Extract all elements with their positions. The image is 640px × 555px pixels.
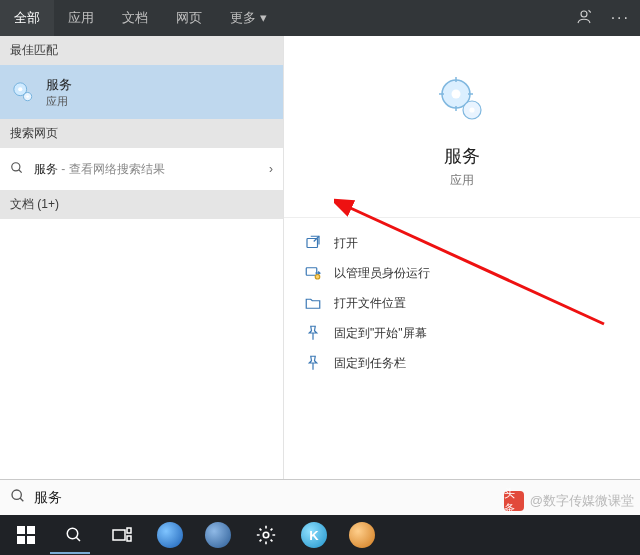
svg-rect-16 (306, 268, 317, 276)
watermark-text: @数字传媒微课堂 (530, 492, 634, 510)
svg-point-27 (67, 528, 78, 539)
tab-label: 更多 ▾ (230, 9, 267, 27)
svg-rect-29 (113, 530, 125, 540)
action-pin-start[interactable]: 固定到"开始"屏幕 (298, 318, 626, 348)
main-area: 最佳匹配 服务 应用 搜索网页 服务 - 查看网络搜索结果 › 文档 (1+) (0, 36, 640, 479)
svg-point-12 (452, 90, 461, 99)
best-match-header: 最佳匹配 (0, 36, 283, 65)
action-open-location[interactable]: 打开文件位置 (298, 288, 626, 318)
detail-kind: 应用 (450, 172, 474, 189)
taskbar-app-browser[interactable] (196, 515, 240, 555)
services-large-icon (438, 76, 486, 124)
watermark: 头条 @数字传媒微课堂 (504, 491, 634, 511)
tab-apps[interactable]: 应用 (54, 0, 108, 36)
svg-point-5 (12, 162, 20, 170)
chevron-right-icon: › (269, 162, 273, 176)
tab-docs[interactable]: 文档 (108, 0, 162, 36)
taskbar-active-indicator (50, 552, 90, 554)
task-view-button[interactable] (100, 515, 144, 555)
svg-point-2 (18, 87, 22, 91)
svg-rect-24 (27, 526, 35, 534)
feedback-icon[interactable] (575, 8, 593, 29)
watermark-logo: 头条 (504, 491, 524, 511)
taskbar-app-sogou[interactable] (148, 515, 192, 555)
action-label: 打开文件位置 (334, 295, 406, 312)
taskbar: K (0, 515, 640, 555)
svg-rect-25 (17, 536, 25, 544)
action-label: 固定到任务栏 (334, 355, 406, 372)
actions-list: 打开 以管理员身份运行 打开文件位置 固定到"开始"屏幕 固定到任务栏 (284, 228, 640, 378)
taskbar-app-weibo[interactable] (340, 515, 384, 555)
svg-point-4 (26, 95, 28, 97)
best-match-subtitle: 应用 (46, 94, 72, 109)
svg-rect-26 (27, 536, 35, 544)
best-match-item[interactable]: 服务 应用 (0, 65, 283, 119)
svg-rect-30 (127, 528, 131, 533)
svg-point-17 (315, 275, 320, 280)
web-hint: - 查看网络搜索结果 (58, 162, 165, 176)
tab-all[interactable]: 全部 (0, 0, 54, 36)
taskbar-search-button[interactable] (52, 515, 96, 555)
results-pane: 最佳匹配 服务 应用 搜索网页 服务 - 查看网络搜索结果 › 文档 (1+) (0, 36, 284, 479)
svg-line-22 (20, 498, 23, 501)
tab-label: 全部 (14, 9, 40, 27)
svg-point-21 (12, 490, 21, 499)
detail-pane: 服务 应用 打开 以管理员身份运行 打开文件位置 固定到"开始"屏 (284, 36, 640, 479)
tab-more[interactable]: 更多 ▾ (216, 0, 281, 36)
detail-title: 服务 (444, 144, 480, 168)
action-label: 固定到"开始"屏幕 (334, 325, 427, 342)
svg-rect-23 (17, 526, 25, 534)
search-web-item[interactable]: 服务 - 查看网络搜索结果 › (0, 148, 283, 190)
search-icon (10, 488, 26, 508)
services-icon (10, 81, 36, 103)
tab-label: 应用 (68, 9, 94, 27)
search-web-header: 搜索网页 (0, 119, 283, 148)
window-root: 全部 应用 文档 网页 更多 ▾ ··· 最佳匹配 服务 应用 (0, 0, 640, 555)
best-match-title: 服务 (46, 76, 72, 94)
svg-line-28 (76, 537, 80, 541)
search-tabs: 全部 应用 文档 网页 更多 ▾ ··· (0, 0, 640, 36)
docs-header[interactable]: 文档 (1+) (0, 190, 283, 219)
tab-web[interactable]: 网页 (162, 0, 216, 36)
svg-point-32 (263, 532, 269, 538)
taskbar-app-settings[interactable] (244, 515, 288, 555)
svg-point-14 (469, 107, 474, 112)
action-pin-taskbar[interactable]: 固定到任务栏 (298, 348, 626, 378)
tab-label: 网页 (176, 9, 202, 27)
tab-label: 文档 (122, 9, 148, 27)
start-button[interactable] (4, 515, 48, 555)
svg-point-0 (581, 11, 587, 17)
action-open[interactable]: 打开 (298, 228, 626, 258)
more-icon[interactable]: ··· (611, 9, 630, 27)
taskbar-app-k[interactable]: K (292, 515, 336, 555)
action-label: 打开 (334, 235, 358, 252)
action-label: 以管理员身份运行 (334, 265, 430, 282)
web-term: 服务 (34, 162, 58, 176)
action-run-as-admin[interactable]: 以管理员身份运行 (298, 258, 626, 288)
svg-rect-31 (127, 536, 131, 541)
svg-line-6 (19, 169, 22, 172)
search-icon (10, 161, 24, 178)
